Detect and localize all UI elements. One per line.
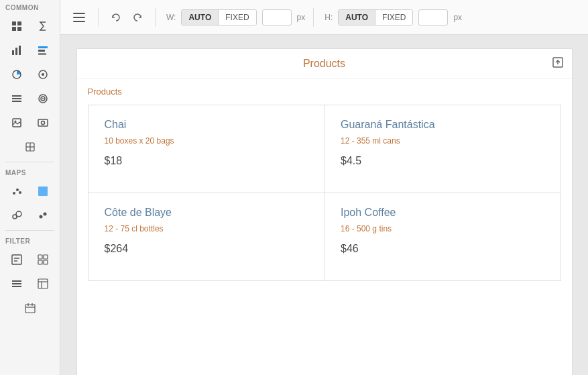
product-name: Côte de Blaye <box>105 207 308 219</box>
svg-rect-29 <box>38 186 48 196</box>
main-content: W: AUTO FIXED px H: AUTO FIXED px Produc… <box>60 0 588 375</box>
product-name: Chai <box>105 119 308 131</box>
toolbar-divider-1 <box>98 8 99 27</box>
sigma-icon[interactable] <box>34 17 52 36</box>
pie-chart-icon[interactable] <box>7 65 26 84</box>
width-auto-button[interactable]: AUTO <box>182 10 219 25</box>
width-fixed-button[interactable]: FIXED <box>219 10 255 25</box>
sidebar: COMMON <box>0 0 60 375</box>
export-button[interactable] <box>552 56 564 71</box>
filter-list-icon[interactable] <box>7 250 26 269</box>
sidebar-section-filter: FILTER <box>0 233 60 248</box>
product-qty: 12 - 75 cl bottles <box>105 224 308 233</box>
svg-rect-40 <box>44 260 48 264</box>
products-grid: Chai 10 boxes x 20 bags $18 Guaraná Fant… <box>88 105 561 281</box>
svg-rect-3 <box>17 27 21 31</box>
bar-chart-icon[interactable] <box>7 41 26 60</box>
svg-rect-44 <box>38 279 48 288</box>
svg-rect-37 <box>38 255 42 259</box>
svg-rect-9 <box>38 53 46 55</box>
svg-rect-41 <box>12 280 21 282</box>
undo-button[interactable] <box>107 8 125 27</box>
svg-rect-42 <box>12 283 21 284</box>
sidebar-section-maps: MAPS <box>0 165 60 179</box>
filter-rows-icon[interactable] <box>7 274 26 293</box>
height-auto-button[interactable]: AUTO <box>339 10 375 25</box>
map-fill-icon[interactable] <box>34 182 52 201</box>
svg-rect-21 <box>38 119 48 126</box>
svg-point-32 <box>39 215 42 219</box>
svg-rect-6 <box>19 46 21 55</box>
product-qty: 16 - 500 g tins <box>341 224 544 233</box>
bubble-map-icon[interactable] <box>7 206 26 225</box>
svg-rect-34 <box>12 255 21 264</box>
product-name: Ipoh Coffee <box>341 207 544 219</box>
calendar-icon[interactable] <box>21 299 40 317</box>
text-list-icon[interactable] <box>7 89 26 108</box>
svg-rect-0 <box>12 21 16 25</box>
svg-rect-1 <box>17 21 21 25</box>
widget-title: Products <box>303 58 345 70</box>
cluster-icon[interactable] <box>34 206 52 225</box>
widget-section-title: Products <box>88 87 561 97</box>
undo-redo-group <box>107 8 147 27</box>
svg-rect-13 <box>12 95 21 97</box>
menu-button[interactable] <box>68 7 90 28</box>
product-price: $46 <box>341 243 544 255</box>
height-toggle-group: AUTO FIXED <box>338 9 413 25</box>
product-card[interactable]: Guaraná Fantástica 12 - 355 ml cans $4.5 <box>325 105 561 193</box>
height-input[interactable] <box>418 9 448 25</box>
svg-rect-47 <box>25 305 35 313</box>
product-price: $264 <box>105 243 308 255</box>
product-price: $4.5 <box>341 155 544 167</box>
filter-table-icon[interactable] <box>34 274 52 293</box>
svg-point-18 <box>42 98 44 99</box>
map-data-icon[interactable] <box>21 138 40 156</box>
stacked-bar-icon[interactable] <box>34 41 52 60</box>
svg-point-12 <box>42 73 44 76</box>
image-frame-icon[interactable] <box>7 113 26 132</box>
scatter-dots-icon[interactable] <box>7 182 26 201</box>
height-px-label: px <box>453 13 462 22</box>
target-icon[interactable] <box>34 89 52 108</box>
svg-rect-4 <box>12 50 14 55</box>
svg-rect-14 <box>12 98 21 99</box>
svg-rect-39 <box>38 260 42 264</box>
svg-point-26 <box>13 192 15 195</box>
filter-grid-icon[interactable] <box>34 250 52 269</box>
toolbar: W: AUTO FIXED px H: AUTO FIXED px <box>60 0 588 35</box>
product-qty: 10 boxes x 20 bags <box>105 136 308 146</box>
svg-point-22 <box>41 121 44 125</box>
width-px-label: px <box>297 13 306 22</box>
redo-button[interactable] <box>128 8 147 27</box>
product-qty: 12 - 355 ml cans <box>341 136 544 146</box>
svg-rect-43 <box>12 286 21 287</box>
svg-point-33 <box>43 213 46 216</box>
sidebar-section-common: COMMON <box>0 0 60 14</box>
svg-point-28 <box>19 191 21 194</box>
width-label: W: <box>166 13 176 22</box>
widget-body: Products Chai 10 boxes x 20 bags $18 Gua… <box>77 78 572 289</box>
height-fixed-button[interactable]: FIXED <box>375 10 412 25</box>
gauge-icon[interactable] <box>34 65 52 84</box>
product-card[interactable]: Chai 10 boxes x 20 bags $18 <box>89 105 325 193</box>
svg-rect-7 <box>38 46 48 48</box>
widget-header: Products <box>77 49 572 78</box>
svg-rect-2 <box>12 27 16 31</box>
svg-rect-5 <box>15 48 17 55</box>
width-toggle-group: AUTO FIXED <box>181 9 256 25</box>
height-label: H: <box>325 13 333 22</box>
svg-point-31 <box>16 211 21 217</box>
svg-point-27 <box>16 189 19 191</box>
svg-rect-15 <box>12 101 21 102</box>
table-icon[interactable] <box>7 17 26 36</box>
product-name: Guaraná Fantástica <box>341 119 544 131</box>
width-input[interactable] <box>262 9 292 25</box>
toolbar-divider-3 <box>313 8 314 27</box>
product-card[interactable]: Ipoh Coffee 16 - 500 g tins $46 <box>325 193 561 280</box>
svg-rect-38 <box>44 255 48 259</box>
photo-icon[interactable] <box>34 113 52 132</box>
product-price: $18 <box>105 155 308 167</box>
product-card[interactable]: Côte de Blaye 12 - 75 cl bottles $264 <box>89 193 325 280</box>
widget-panel: Products Products Chai 10 boxes x 20 bag… <box>76 48 573 375</box>
